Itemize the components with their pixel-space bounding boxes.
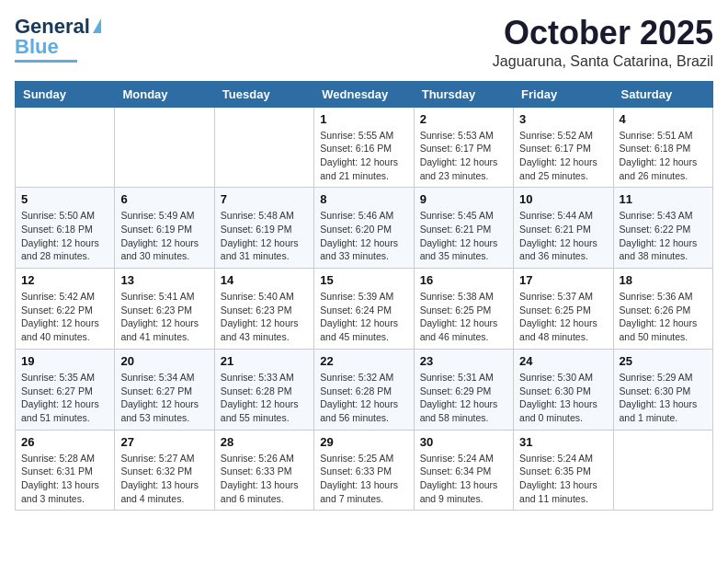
calendar-table: SundayMondayTuesdayWednesdayThursdayFrid… <box>15 81 713 511</box>
weekday-header-friday: Friday <box>514 81 613 107</box>
calendar-week-row: 5Sunrise: 5:50 AM Sunset: 6:18 PM Daylig… <box>16 188 713 269</box>
day-number: 3 <box>519 112 607 126</box>
calendar-day-18: 18Sunrise: 5:36 AM Sunset: 6:26 PM Dayli… <box>613 269 712 350</box>
day-info: Sunrise: 5:33 AM Sunset: 6:28 PM Dayligh… <box>221 371 308 425</box>
day-number: 15 <box>320 273 407 287</box>
day-info: Sunrise: 5:24 AM Sunset: 6:35 PM Dayligh… <box>519 452 607 506</box>
calendar-day-30: 30Sunrise: 5:24 AM Sunset: 6:34 PM Dayli… <box>414 430 513 511</box>
day-number: 21 <box>221 354 308 368</box>
day-info: Sunrise: 5:28 AM Sunset: 6:31 PM Dayligh… <box>21 452 108 506</box>
day-number: 24 <box>519 354 607 368</box>
day-number: 18 <box>620 273 707 287</box>
calendar-day-10: 10Sunrise: 5:44 AM Sunset: 6:21 PM Dayli… <box>514 188 613 269</box>
weekday-header-sunday: Sunday <box>16 81 115 107</box>
day-number: 7 <box>221 192 308 206</box>
day-number: 31 <box>519 435 607 449</box>
day-info: Sunrise: 5:50 AM Sunset: 6:18 PM Dayligh… <box>21 209 108 263</box>
calendar-week-row: 19Sunrise: 5:35 AM Sunset: 6:27 PM Dayli… <box>16 349 713 430</box>
weekday-header-monday: Monday <box>115 81 214 107</box>
day-info: Sunrise: 5:34 AM Sunset: 6:27 PM Dayligh… <box>120 371 208 425</box>
day-info: Sunrise: 5:42 AM Sunset: 6:22 PM Dayligh… <box>21 290 108 344</box>
day-info: Sunrise: 5:27 AM Sunset: 6:32 PM Dayligh… <box>120 452 208 506</box>
day-number: 22 <box>320 354 407 368</box>
calendar-day-9: 9Sunrise: 5:45 AM Sunset: 6:21 PM Daylig… <box>414 188 513 269</box>
calendar-day-11: 11Sunrise: 5:43 AM Sunset: 6:22 PM Dayli… <box>613 188 712 269</box>
weekday-header-wednesday: Wednesday <box>314 81 414 107</box>
calendar-day-4: 4Sunrise: 5:51 AM Sunset: 6:18 PM Daylig… <box>613 107 712 188</box>
page-subtitle: Jaguaruna, Santa Catarina, Brazil <box>493 53 713 70</box>
calendar-day-6: 6Sunrise: 5:49 AM Sunset: 6:19 PM Daylig… <box>115 188 214 269</box>
calendar-day-20: 20Sunrise: 5:34 AM Sunset: 6:27 PM Dayli… <box>115 349 214 430</box>
day-number: 1 <box>320 112 407 126</box>
day-info: Sunrise: 5:44 AM Sunset: 6:21 PM Dayligh… <box>519 209 607 263</box>
weekday-header-saturday: Saturday <box>613 81 712 107</box>
day-info: Sunrise: 5:29 AM Sunset: 6:30 PM Dayligh… <box>620 371 707 425</box>
weekday-header-thursday: Thursday <box>414 81 513 107</box>
day-number: 20 <box>120 354 208 368</box>
calendar-week-row: 26Sunrise: 5:28 AM Sunset: 6:31 PM Dayli… <box>16 430 713 511</box>
logo-blue: Blue <box>15 35 59 59</box>
day-number: 14 <box>221 273 308 287</box>
calendar-day-24: 24Sunrise: 5:30 AM Sunset: 6:30 PM Dayli… <box>514 349 613 430</box>
day-number: 30 <box>420 435 507 449</box>
title-area: October 2025 Jaguaruna, Santa Catarina, … <box>493 15 713 70</box>
calendar-day-19: 19Sunrise: 5:35 AM Sunset: 6:27 PM Dayli… <box>16 349 115 430</box>
day-info: Sunrise: 5:36 AM Sunset: 6:26 PM Dayligh… <box>620 290 707 344</box>
day-info: Sunrise: 5:51 AM Sunset: 6:18 PM Dayligh… <box>620 129 707 183</box>
calendar-day-12: 12Sunrise: 5:42 AM Sunset: 6:22 PM Dayli… <box>16 269 115 350</box>
day-info: Sunrise: 5:32 AM Sunset: 6:28 PM Dayligh… <box>320 371 407 425</box>
day-number: 25 <box>620 354 707 368</box>
calendar-day-16: 16Sunrise: 5:38 AM Sunset: 6:25 PM Dayli… <box>414 269 513 350</box>
day-info: Sunrise: 5:55 AM Sunset: 6:16 PM Dayligh… <box>320 129 407 183</box>
day-info: Sunrise: 5:45 AM Sunset: 6:21 PM Dayligh… <box>420 209 507 263</box>
day-number: 9 <box>420 192 507 206</box>
calendar-day-2: 2Sunrise: 5:53 AM Sunset: 6:17 PM Daylig… <box>414 107 513 188</box>
calendar-empty-cell <box>613 430 712 511</box>
day-info: Sunrise: 5:37 AM Sunset: 6:25 PM Dayligh… <box>519 290 607 344</box>
day-info: Sunrise: 5:30 AM Sunset: 6:30 PM Dayligh… <box>519 371 607 425</box>
calendar-day-26: 26Sunrise: 5:28 AM Sunset: 6:31 PM Dayli… <box>16 430 115 511</box>
day-number: 11 <box>620 192 707 206</box>
day-number: 4 <box>620 112 707 126</box>
day-number: 23 <box>420 354 507 368</box>
day-number: 17 <box>519 273 607 287</box>
day-info: Sunrise: 5:39 AM Sunset: 6:24 PM Dayligh… <box>320 290 407 344</box>
calendar-day-8: 8Sunrise: 5:46 AM Sunset: 6:20 PM Daylig… <box>314 188 414 269</box>
logo-underline <box>15 60 77 63</box>
calendar-day-3: 3Sunrise: 5:52 AM Sunset: 6:17 PM Daylig… <box>514 107 613 188</box>
calendar-week-row: 1Sunrise: 5:55 AM Sunset: 6:16 PM Daylig… <box>16 107 713 188</box>
calendar-day-25: 25Sunrise: 5:29 AM Sunset: 6:30 PM Dayli… <box>613 349 712 430</box>
logo-triangle-icon <box>93 18 101 33</box>
day-number: 27 <box>120 435 208 449</box>
day-info: Sunrise: 5:48 AM Sunset: 6:19 PM Dayligh… <box>221 209 308 263</box>
day-info: Sunrise: 5:43 AM Sunset: 6:22 PM Dayligh… <box>620 209 707 263</box>
day-number: 6 <box>120 192 208 206</box>
calendar-day-29: 29Sunrise: 5:25 AM Sunset: 6:33 PM Dayli… <box>314 430 414 511</box>
calendar-week-row: 12Sunrise: 5:42 AM Sunset: 6:22 PM Dayli… <box>16 269 713 350</box>
calendar-day-17: 17Sunrise: 5:37 AM Sunset: 6:25 PM Dayli… <box>514 269 613 350</box>
day-info: Sunrise: 5:53 AM Sunset: 6:17 PM Dayligh… <box>420 129 507 183</box>
calendar-header-row: SundayMondayTuesdayWednesdayThursdayFrid… <box>16 81 713 107</box>
calendar-day-27: 27Sunrise: 5:27 AM Sunset: 6:32 PM Dayli… <box>115 430 214 511</box>
logo: General Blue <box>15 15 101 63</box>
day-number: 12 <box>21 273 108 287</box>
calendar-day-13: 13Sunrise: 5:41 AM Sunset: 6:23 PM Dayli… <box>115 269 214 350</box>
day-number: 29 <box>320 435 407 449</box>
day-number: 13 <box>120 273 208 287</box>
calendar-empty-cell <box>214 107 313 188</box>
calendar-day-14: 14Sunrise: 5:40 AM Sunset: 6:23 PM Dayli… <box>214 269 313 350</box>
header-area: General Blue October 2025 Jaguaruna, San… <box>15 15 713 70</box>
day-number: 8 <box>320 192 407 206</box>
calendar-day-23: 23Sunrise: 5:31 AM Sunset: 6:29 PM Dayli… <box>414 349 513 430</box>
day-info: Sunrise: 5:49 AM Sunset: 6:19 PM Dayligh… <box>120 209 208 263</box>
day-info: Sunrise: 5:41 AM Sunset: 6:23 PM Dayligh… <box>120 290 208 344</box>
day-number: 26 <box>21 435 108 449</box>
day-number: 28 <box>221 435 308 449</box>
day-info: Sunrise: 5:25 AM Sunset: 6:33 PM Dayligh… <box>320 452 407 506</box>
calendar-day-28: 28Sunrise: 5:26 AM Sunset: 6:33 PM Dayli… <box>214 430 313 511</box>
calendar-day-22: 22Sunrise: 5:32 AM Sunset: 6:28 PM Dayli… <box>314 349 414 430</box>
day-info: Sunrise: 5:31 AM Sunset: 6:29 PM Dayligh… <box>420 371 507 425</box>
day-info: Sunrise: 5:35 AM Sunset: 6:27 PM Dayligh… <box>21 371 108 425</box>
day-info: Sunrise: 5:26 AM Sunset: 6:33 PM Dayligh… <box>221 452 308 506</box>
calendar-empty-cell <box>16 107 115 188</box>
